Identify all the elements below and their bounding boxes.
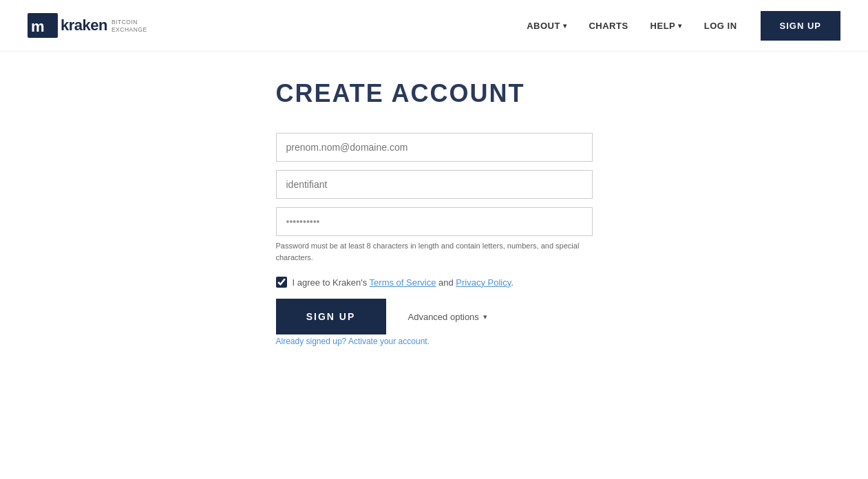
password-hint: Password must be at least 8 characters i…	[276, 240, 593, 263]
svg-text:m: m	[31, 18, 45, 35]
kraken-logo-icon: m	[28, 13, 58, 38]
nav-login[interactable]: LOG IN	[695, 15, 747, 36]
activate-account-link[interactable]: Already signed up? Activate your account…	[276, 337, 430, 346]
terms-of-service-link[interactable]: Terms of Service	[370, 277, 436, 288]
nav-signup-label: SIGN UP	[780, 21, 821, 31]
email-field-group	[276, 133, 593, 162]
terms-text: I agree to Kraken's Terms of Service and…	[293, 277, 514, 288]
terms-suffix: .	[511, 277, 514, 288]
terms-row: I agree to Kraken's Terms of Service and…	[276, 277, 593, 288]
nav-about[interactable]: ABOUT ▾	[517, 15, 576, 36]
actions-row: SIGN UP Advanced options ▾	[276, 299, 593, 334]
advanced-options-caret-icon: ▾	[483, 312, 487, 321]
advanced-options-label: Advanced options	[408, 312, 479, 322]
logo[interactable]: m kraken bitcoin exchange	[28, 13, 147, 38]
terms-prefix: I agree to Kraken's	[293, 277, 370, 288]
main-nav: ABOUT ▾ CHARTS HELP ▾ LOG IN SIGN UP	[517, 11, 840, 41]
nav-about-label: ABOUT	[527, 21, 560, 31]
create-account-button[interactable]: SIGN UP	[276, 299, 386, 334]
username-input[interactable]	[276, 170, 593, 199]
email-input[interactable]	[276, 133, 593, 162]
kraken-brand-name: kraken	[61, 17, 107, 34]
password-field-group: Password must be at least 8 characters i…	[276, 207, 593, 263]
password-input[interactable]	[276, 207, 593, 236]
terms-and: and	[436, 277, 456, 288]
nav-charts-label: CHARTS	[589, 21, 628, 31]
help-dropdown-icon: ▾	[678, 22, 682, 30]
site-header: m kraken bitcoin exchange ABOUT ▾ CHARTS…	[0, 0, 868, 52]
about-dropdown-icon: ▾	[563, 22, 567, 30]
create-account-form-container: CREATE ACCOUNT Password must be at least…	[276, 79, 593, 347]
nav-signup-button[interactable]: SIGN UP	[761, 11, 840, 41]
main-content: CREATE ACCOUNT Password must be at least…	[0, 52, 868, 347]
terms-checkbox[interactable]	[276, 277, 287, 288]
nav-login-label: LOG IN	[704, 21, 737, 31]
nav-help-label: HELP	[650, 21, 676, 31]
nav-help[interactable]: HELP ▾	[641, 15, 692, 36]
kraken-tagline: bitcoin exchange	[112, 17, 147, 34]
advanced-options-toggle[interactable]: Advanced options ▾	[408, 312, 487, 322]
page-title: CREATE ACCOUNT	[276, 79, 593, 108]
username-field-group	[276, 170, 593, 199]
nav-charts[interactable]: CHARTS	[579, 15, 637, 36]
privacy-policy-link[interactable]: Privacy Policy	[456, 277, 511, 288]
